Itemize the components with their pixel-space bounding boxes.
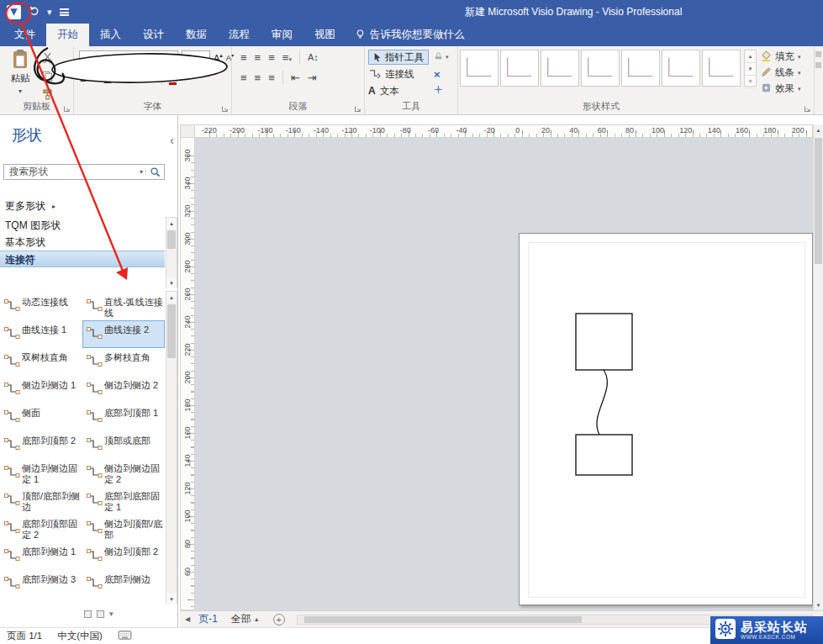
stencil-item[interactable]: 底部到顶部固定 2: [0, 515, 82, 542]
copy-icon[interactable]: [42, 71, 53, 84]
stencil-item[interactable]: 双树枝直角: [0, 348, 82, 376]
more-shapes-item[interactable]: 更多形状 ▸: [5, 199, 55, 214]
undo-icon[interactable]: [29, 5, 40, 18]
ribbon-tab[interactable]: 开始: [46, 24, 89, 46]
scroll-down-icon[interactable]: ▾: [814, 599, 823, 610]
shape-style-thumbnail[interactable]: [500, 50, 539, 87]
stencil-item[interactable]: 底部到侧边 3: [0, 570, 82, 598]
stencil-item[interactable]: 底部到顶部 1: [82, 404, 165, 431]
paragraph-dialog-launcher-icon[interactable]: [354, 103, 362, 112]
stencil-item[interactable]: 曲线连接 2: [82, 320, 165, 348]
shape-style-thumbnail[interactable]: [662, 50, 700, 87]
pointer-tool-button[interactable]: 指针工具: [368, 50, 429, 65]
line-spacing-icon[interactable]: ≡▾: [282, 51, 292, 64]
stencil-item[interactable]: 侧面: [0, 404, 82, 431]
align-top-icon[interactable]: ≡: [240, 71, 247, 84]
decrease-indent-icon[interactable]: ⇤: [291, 71, 300, 84]
bullets-icon[interactable]: ≡: [240, 51, 247, 64]
stencil-item[interactable]: 动态连接线: [0, 293, 82, 320]
rectangle-shape-top[interactable]: [576, 314, 632, 370]
drawing-page[interactable]: [519, 233, 813, 605]
connector-tool-button[interactable]: 连接线: [385, 68, 414, 81]
gallery-up-icon[interactable]: ▴: [745, 50, 756, 63]
shape-style-thumbnail[interactable]: [621, 50, 660, 87]
drawing-canvas[interactable]: [195, 138, 813, 610]
touch-mode-icon[interactable]: [60, 8, 69, 16]
stencil-tab[interactable]: 基本形状: [0, 234, 165, 251]
stencil-item[interactable]: 底部到侧边: [82, 570, 165, 598]
page-nav-left-icon[interactable]: ◀: [185, 615, 190, 623]
stencil-item[interactable]: 底部到侧边 1: [0, 542, 82, 570]
stencil-item[interactable]: 侧边到侧边 1: [0, 376, 82, 404]
stencil-item[interactable]: 侧边到侧边固定 2: [82, 459, 165, 487]
stencil-item[interactable]: 多树枝直角: [82, 348, 165, 376]
ribbon-tab[interactable]: 审阅: [261, 24, 303, 46]
font-size-combo[interactable]: ▾: [182, 50, 210, 66]
font-dialog-launcher-icon[interactable]: [221, 103, 229, 112]
collapse-panel-icon[interactable]: ‹: [170, 134, 174, 147]
scroll-up-icon[interactable]: ▴: [166, 292, 177, 303]
font-name-combo[interactable]: ▾: [79, 50, 178, 66]
keyboard-icon[interactable]: [118, 631, 132, 641]
stencil-item[interactable]: 曲线连接 1: [0, 320, 82, 348]
connection-point-x-icon[interactable]: ×: [434, 69, 441, 80]
gallery-expand-icon[interactable]: ≡: [745, 76, 756, 88]
scrollbar-thumb[interactable]: [304, 616, 582, 623]
bold-button[interactable]: B: [80, 72, 87, 84]
effects-button[interactable]: 效果▾: [761, 81, 801, 97]
shape-style-thumbnail[interactable]: [541, 50, 579, 87]
shape-style-thumbnail[interactable]: [702, 50, 741, 87]
align-left-icon[interactable]: ≡: [255, 51, 261, 64]
stencil-item[interactable]: 顶部或底部: [82, 431, 165, 459]
search-dropdown-icon[interactable]: ▾: [137, 168, 146, 176]
shape-search-box[interactable]: 搜索形状 ▾: [3, 164, 165, 180]
ribbon-tab[interactable]: 数据: [175, 24, 218, 46]
rectangle-shape-bottom[interactable]: [576, 435, 632, 475]
stencil-item[interactable]: 底部到顶部 2: [0, 431, 82, 459]
grow-font-button[interactable]: A▴: [214, 52, 223, 63]
cut-icon[interactable]: [42, 52, 53, 66]
align-bottom-icon[interactable]: ≡: [268, 71, 275, 84]
fill-button[interactable]: 填充▾: [761, 49, 801, 65]
stencil-toolbar-dropdown-icon[interactable]: ▾: [109, 610, 113, 618]
strikethrough-button[interactable]: abc: [118, 73, 133, 83]
text-direction-icon[interactable]: A↕: [308, 52, 319, 62]
ribbon-tab[interactable]: 文件: [3, 24, 46, 46]
tell-me-box[interactable]: 告诉我你想要做什么: [355, 24, 465, 46]
all-pages-button[interactable]: 全部▲: [231, 612, 260, 626]
line-button[interactable]: 线条▾: [761, 65, 801, 81]
stencil-item[interactable]: 直线-弧线连接线: [82, 293, 165, 320]
page-tab-page1[interactable]: 页-1: [198, 612, 218, 626]
shape-styles-dialog-launcher-icon[interactable]: [804, 103, 812, 112]
language-indicator[interactable]: 中文(中国): [57, 630, 103, 642]
change-case-button[interactable]: Aa▾: [140, 72, 155, 84]
scroll-up-icon[interactable]: ▴: [166, 218, 177, 229]
stencil-tab[interactable]: TQM 图形状: [0, 217, 165, 234]
ribbon-tab[interactable]: 流程: [218, 24, 261, 46]
shape-style-thumbnail[interactable]: [460, 50, 499, 87]
ribbon-tab[interactable]: 视图: [303, 24, 346, 46]
add-page-button[interactable]: +: [273, 614, 285, 626]
font-color-button[interactable]: A: [169, 72, 177, 85]
curved-connector[interactable]: [597, 370, 607, 435]
visio-app-icon[interactable]: [7, 5, 21, 19]
align-middle-icon[interactable]: ≡: [255, 71, 261, 84]
increase-indent-icon[interactable]: ⇥: [308, 71, 317, 84]
scroll-down-icon[interactable]: ▾: [166, 594, 177, 604]
ribbon-tab[interactable]: 插入: [89, 24, 132, 46]
shape-style-thumbnail[interactable]: [581, 50, 620, 87]
stencil-tab[interactable]: 连接符: [0, 251, 165, 267]
scroll-down-icon[interactable]: ▾: [166, 277, 177, 288]
stencil-view-icon[interactable]: [97, 610, 104, 618]
scrollbar-thumb[interactable]: [815, 138, 822, 264]
search-icon[interactable]: [146, 166, 164, 177]
italic-button[interactable]: I: [94, 72, 98, 85]
stencil-list-scrollbar[interactable]: ▴ ▾: [166, 217, 177, 288]
stencil-item[interactable]: 侧边到顶部 2: [82, 542, 165, 570]
stencil-item[interactable]: 侧边到侧边 2: [82, 376, 165, 404]
text-tool-button[interactable]: 文本: [380, 85, 399, 98]
stamp-tool-dropdown-icon[interactable]: ▾: [446, 54, 449, 61]
stencil-items-scrollbar[interactable]: ▴ ▾: [166, 291, 177, 604]
align-center-icon[interactable]: ≡: [268, 51, 275, 64]
paste-button[interactable]: 粘贴 ▾: [3, 49, 37, 99]
